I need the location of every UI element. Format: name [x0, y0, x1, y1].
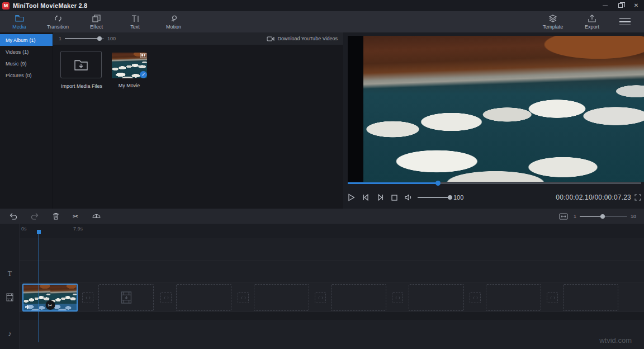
fit-timeline-icon[interactable] — [559, 213, 568, 220]
tab-effect-label: Effect — [90, 24, 103, 30]
text-icon — [131, 15, 140, 22]
fullscreen-icon[interactable] — [634, 194, 641, 201]
speed-button[interactable] — [92, 213, 101, 220]
workspace: My Album (1) Videos (1) Music (9) Pictur… — [0, 32, 644, 209]
clip-volume-icon — [25, 305, 30, 309]
overlay-track[interactable] — [20, 238, 644, 261]
tab-effect[interactable]: Effect — [77, 11, 116, 32]
minitool-moviemaker-window: M MiniTool MovieMaker 2.8 ✕ Media Transi… — [0, 0, 644, 349]
zoom-slider-knob[interactable] — [97, 36, 102, 41]
play-icon — [348, 194, 355, 201]
transition-slot[interactable] — [470, 292, 481, 303]
playback-time: 00:00:02.10/00:00:07.23 — [556, 194, 631, 201]
close-button[interactable]: ✕ — [628, 0, 644, 11]
video-preview[interactable] — [348, 36, 641, 182]
timeline-zoom-knob[interactable] — [600, 214, 605, 219]
sidebar-item-my-album[interactable]: My Album (1) — [0, 34, 53, 46]
export-label: Export — [585, 24, 599, 30]
redo-button[interactable] — [31, 213, 39, 220]
media-topbar: 1 100 Download YouTube Videos — [53, 32, 343, 45]
film-badge-icon — [140, 53, 146, 58]
tab-media[interactable]: Media — [0, 11, 39, 32]
track-gutter: T ♪ — [0, 224, 20, 349]
template-button[interactable]: Template — [536, 15, 570, 30]
timeline-zoom-slider[interactable]: 1 10 — [574, 214, 636, 219]
timeline-clip-my-movie[interactable]: ✂ — [22, 284, 78, 312]
thumbnail-zoom-slider[interactable]: 1 100 — [59, 36, 116, 41]
video-track[interactable]: ✂ — [20, 283, 644, 312]
timeline-zoom-track[interactable] — [580, 216, 627, 217]
export-icon — [588, 15, 596, 22]
transition-slot[interactable] — [82, 292, 93, 303]
clip-placeholder-drop[interactable] — [98, 284, 154, 311]
clip-split-badge[interactable]: ✂ — [45, 300, 55, 310]
volume-button[interactable] — [405, 194, 413, 201]
clip-placeholder[interactable] — [176, 284, 231, 311]
restore-button[interactable] — [613, 0, 628, 11]
clip-placeholder[interactable] — [254, 284, 309, 311]
sidebar-item-videos[interactable]: Videos (1) — [0, 46, 53, 58]
effect-icon — [92, 15, 101, 22]
delete-button[interactable] — [53, 213, 59, 220]
tab-motion[interactable]: Motion — [154, 11, 193, 32]
ruler-tick-end: 7.9s — [73, 226, 83, 232]
hamburger-icon — [619, 18, 631, 26]
download-youtube-button[interactable]: Download YouTube Videos — [267, 36, 338, 42]
window-title: MiniTool MovieMaker 2.8 — [13, 2, 87, 9]
clip-placeholder[interactable] — [331, 284, 386, 311]
speaker-icon — [405, 194, 413, 201]
motion-icon — [169, 15, 178, 22]
volume-slider[interactable]: 100 — [418, 194, 463, 201]
play-button[interactable] — [348, 194, 355, 201]
export-button[interactable]: Export — [575, 15, 609, 30]
timeline-ruler[interactable]: 0s 7.9s — [20, 224, 644, 233]
playback-progress-bar[interactable] — [348, 182, 641, 184]
scissors-icon: ✂ — [48, 303, 53, 308]
next-frame-icon — [377, 194, 384, 201]
transition-slot[interactable] — [547, 292, 558, 303]
stop-button[interactable] — [391, 195, 397, 201]
redo-icon — [31, 213, 39, 220]
volume-slider-track[interactable] — [418, 197, 450, 198]
sidebar-item-music[interactable]: Music (9) — [0, 58, 53, 69]
next-frame-button[interactable] — [377, 194, 384, 201]
timeline-zoom-max: 10 — [631, 214, 636, 219]
transition-slot[interactable] — [238, 292, 249, 303]
split-button[interactable]: ✂ — [73, 213, 78, 220]
sidebar-item-label: Pictures — [6, 73, 24, 78]
transition-slot[interactable] — [392, 292, 403, 303]
progress-knob[interactable] — [435, 181, 441, 186]
text-track[interactable] — [20, 261, 644, 283]
playhead[interactable] — [39, 233, 39, 342]
transition-slot[interactable] — [315, 292, 326, 303]
media-grid: Import Media Files ✓ My Movie — [53, 45, 343, 209]
import-media-label: Import Media Files — [53, 83, 110, 89]
scissors-icon: ✂ — [73, 213, 78, 220]
sidebar-item-pictures[interactable]: Pictures (0) — [0, 69, 53, 81]
tab-transition[interactable]: Transition — [39, 11, 77, 32]
volume-slider-knob[interactable] — [448, 195, 452, 200]
undo-button[interactable] — [9, 213, 17, 220]
import-media-card[interactable]: Import Media Files — [60, 51, 102, 78]
music-track[interactable] — [20, 320, 644, 349]
previous-frame-button[interactable] — [362, 194, 370, 201]
clip-placeholder[interactable] — [486, 284, 541, 311]
timeline: T ♪ 0s 7.9s ✂ — [0, 224, 644, 349]
tab-text[interactable]: Text — [116, 11, 154, 32]
text-track-icon: T — [0, 270, 20, 278]
media-sidebar: My Album (1) Videos (1) Music (9) Pictur… — [0, 32, 53, 209]
media-item-my-movie[interactable]: ✓ — [112, 53, 147, 78]
timeline-zoom-min: 1 — [574, 214, 576, 219]
transition-slot[interactable] — [160, 292, 172, 303]
stop-icon — [391, 195, 397, 201]
music-track-icon: ♪ — [0, 329, 20, 338]
menu-button[interactable] — [614, 18, 636, 26]
clip-placeholder[interactable] — [563, 284, 618, 311]
track-divider — [20, 312, 644, 320]
minimize-button[interactable] — [597, 0, 613, 11]
close-icon: ✕ — [634, 3, 638, 8]
app-logo-icon: M — [2, 2, 10, 10]
zoom-slider-track[interactable] — [65, 38, 104, 39]
sidebar-item-count: (1) — [30, 37, 36, 43]
clip-placeholder[interactable] — [409, 284, 464, 311]
